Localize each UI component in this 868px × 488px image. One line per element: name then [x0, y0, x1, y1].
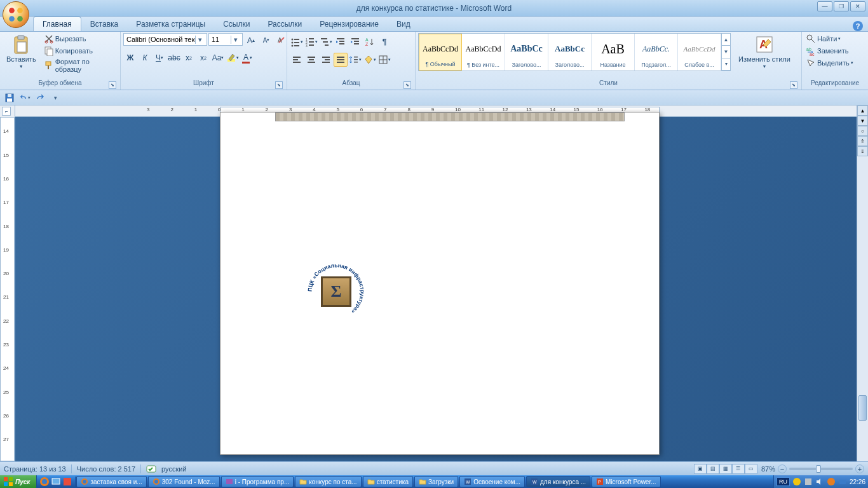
style-subtitle[interactable]: AaBbCc.Подзагол... [635, 34, 678, 71]
align-right-button[interactable] [319, 53, 333, 67]
tray-icon-4[interactable] [827, 477, 836, 486]
tab-insert[interactable]: Вставка [81, 17, 128, 31]
close-button[interactable]: ✕ [850, 1, 865, 11]
gallery-up[interactable]: ▲ [722, 34, 730, 46]
numbering-button[interactable]: 123▾ [304, 35, 318, 49]
prev-page[interactable]: ⇑ [857, 136, 868, 146]
find-button[interactable]: Найти▾ [804, 33, 855, 44]
align-center-button[interactable] [304, 53, 318, 67]
zoom-in[interactable]: + [855, 464, 864, 473]
vertical-ruler[interactable]: ⌐ /*ticks drawn via spans below*/ 141516… [0, 105, 15, 461]
bold-button[interactable]: Ж [123, 51, 137, 65]
taskbar-item-5[interactable]: Загрузки [414, 476, 458, 487]
cut-button[interactable]: Вырезать [43, 33, 118, 44]
zoom-slider[interactable] [789, 468, 853, 470]
undo-button[interactable]: ▾ [19, 92, 31, 104]
borders-button[interactable]: ▾ [377, 53, 391, 67]
superscript-button[interactable]: x2 [196, 51, 210, 65]
font-color-button[interactable]: A▾ [240, 51, 254, 65]
underline-button[interactable]: Ч▾ [153, 51, 166, 65]
style-subtle[interactable]: AaBbCcDdСлабое в... [678, 34, 721, 71]
copy-button[interactable]: Копировать [43, 45, 118, 57]
vertical-scrollbar[interactable]: ▲ ▼ ○ ⇑ ⇓ [857, 105, 868, 461]
style-title[interactable]: AaBНазвание [592, 34, 635, 71]
tab-references[interactable]: Ссылки [214, 17, 259, 31]
qat-customize[interactable]: ▾ [50, 92, 61, 104]
next-page[interactable]: ⇓ [857, 146, 868, 156]
taskbar-item-7[interactable]: Wдля конкурса ... [526, 476, 590, 487]
office-button[interactable] [3, 1, 29, 28]
tab-mailings[interactable]: Рассылки [259, 17, 311, 31]
document-page[interactable]: ПЦК «Социальная инфраструктура» Σ [220, 112, 660, 455]
language-bar[interactable]: RU [776, 477, 790, 486]
gallery-down[interactable]: ▼ [722, 46, 730, 58]
paste-button[interactable]: Вставить▼ [3, 33, 40, 71]
tab-review[interactable]: Рецензирование [311, 17, 388, 31]
sort-button[interactable]: AZ [363, 35, 377, 49]
scroll-thumb[interactable] [858, 395, 867, 421]
view-print-layout[interactable]: ▣ [694, 464, 707, 474]
style-normal[interactable]: AaBbCcDd¶ Обычный [419, 34, 462, 71]
font-dialog-launcher[interactable]: ⬊ [275, 81, 283, 89]
style-heading2[interactable]: AaBbCcЗаголово... [548, 34, 592, 71]
taskbar-item-3[interactable]: конкурс по ста... [295, 476, 361, 487]
clear-format-button[interactable]: A [275, 33, 288, 47]
align-left-button[interactable] [290, 53, 304, 67]
shading-button[interactable]: ▾ [363, 53, 377, 67]
strike-button[interactable]: abc [167, 51, 181, 65]
taskbar-item-0[interactable]: заставка своя и... [76, 476, 146, 487]
taskbar-item-2[interactable]: i - Программа пр... [221, 476, 294, 487]
multilevel-button[interactable]: ▾ [319, 35, 333, 49]
tab-home[interactable]: Главная [33, 17, 81, 31]
line-spacing-button[interactable]: ▾ [348, 53, 362, 67]
help-icon[interactable]: ? [853, 21, 863, 31]
subscript-button[interactable]: x2 [182, 51, 196, 65]
clipboard-dialog-launcher[interactable]: ⬊ [109, 81, 116, 89]
shrink-font-button[interactable]: A▾ [259, 33, 273, 47]
save-button[interactable] [4, 92, 15, 104]
justify-button[interactable] [334, 53, 348, 67]
select-button[interactable]: Выделить▾ [804, 57, 855, 69]
clock[interactable]: 22:26 [850, 478, 865, 485]
zoom-level[interactable]: 87% [761, 465, 775, 473]
styles-dialog-launcher[interactable]: ⬊ [790, 81, 797, 89]
view-outline[interactable]: ☰ [732, 464, 745, 474]
change-styles-button[interactable]: A Изменить стили▼ [735, 33, 794, 71]
browse-object[interactable]: ○ [857, 126, 868, 136]
restore-button[interactable]: ❐ [834, 1, 849, 11]
minimize-button[interactable]: — [817, 1, 832, 11]
taskbar-item-8[interactable]: PMicrosoft Power... [592, 476, 660, 487]
zoom-out[interactable]: − [778, 464, 787, 473]
redo-button[interactable] [34, 92, 46, 104]
replace-button[interactable]: abacЗаменить [804, 45, 855, 57]
taskbar-item-1[interactable]: 302 Found - Moz... [148, 476, 220, 487]
tray-icon-1[interactable] [792, 477, 801, 486]
ql-firefox-icon[interactable] [39, 477, 50, 487]
style-no-spacing[interactable]: AaBbCcDd¶ Без инте... [462, 34, 505, 71]
ql-show-desktop-icon[interactable] [51, 477, 61, 487]
scroll-down[interactable]: ▼ [857, 116, 868, 126]
tray-icon-2[interactable] [804, 477, 813, 486]
view-web[interactable]: ▦ [719, 464, 732, 474]
word-count[interactable]: Число слов: 2 517 [77, 465, 135, 473]
italic-button[interactable]: К [138, 51, 152, 65]
scroll-up[interactable]: ▲ [857, 105, 868, 116]
style-heading1[interactable]: AaBbCcЗаголово... [505, 34, 548, 71]
increase-indent-button[interactable] [348, 35, 362, 49]
ql-app-icon[interactable] [62, 477, 72, 487]
format-painter-button[interactable]: Формат по образцу [43, 57, 118, 74]
start-button[interactable]: Пуск [0, 475, 37, 488]
tab-page-layout[interactable]: Разметка страницы [127, 17, 214, 31]
decrease-indent-button[interactable] [334, 35, 348, 49]
bullets-button[interactable]: ▾ [290, 35, 304, 49]
document-logo[interactable]: ПЦК «Социальная инфраструктура» Σ [306, 261, 367, 322]
show-marks-button[interactable]: ¶ [377, 35, 391, 49]
view-full-reading[interactable]: ▤ [707, 464, 719, 474]
tab-view[interactable]: Вид [388, 17, 419, 31]
font-name-combo[interactable]: Calibri (Основной текст▾ [123, 33, 207, 46]
spellcheck-icon[interactable] [146, 464, 156, 474]
taskbar-item-4[interactable]: статистика [363, 476, 413, 487]
font-size-combo[interactable]: 11▾ [208, 33, 243, 46]
gallery-more[interactable]: ▾ [722, 58, 730, 71]
taskbar-item-6[interactable]: WОсвоение ком... [459, 476, 525, 487]
